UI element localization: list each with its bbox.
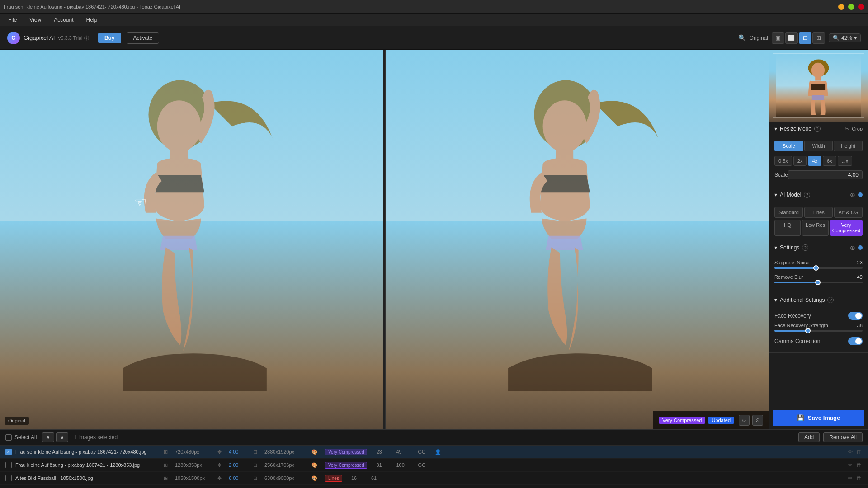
file-row-2[interactable]: Frau kleine Auflösung - pixabay 1867421 … (0, 459, 868, 472)
resize-mode-help[interactable]: ? (814, 126, 821, 132)
settings-help[interactable]: ? (802, 244, 808, 251)
file-edit-3[interactable]: ✏ (847, 474, 854, 482)
svg-point-1 (157, 100, 201, 152)
height-mode-button[interactable]: Height (834, 141, 863, 151)
minimize-button[interactable] (838, 4, 844, 10)
maximize-button[interactable] (848, 4, 854, 10)
scale-4x[interactable]: 4x (808, 156, 821, 166)
ai-model-title: ▾ AI Model ? (774, 192, 810, 198)
file-checkbox-3[interactable] (5, 475, 12, 481)
scale-preset-buttons: 0.5x 2x 4x 6x ...x (774, 156, 863, 166)
model-lines[interactable]: Lines (804, 207, 833, 218)
canvas-area[interactable]: ☜ Original (0, 50, 769, 429)
file-delete-2[interactable]: 🗑 (855, 461, 863, 469)
scale-0.5x[interactable]: 0.5x (774, 156, 792, 166)
menu-view[interactable]: View (27, 16, 44, 24)
view-split-h-button[interactable]: ⊟ (799, 32, 811, 44)
selected-count: 1 images selected (74, 434, 793, 441)
save-image-button[interactable]: 💾 Save Image (773, 410, 864, 426)
canvas-divider[interactable] (383, 50, 386, 429)
canvas-original[interactable]: ☜ Original (0, 50, 383, 429)
titlebar: Frau sehr kleine Auflösung - pixabay 186… (0, 0, 868, 14)
menu-file[interactable]: File (5, 16, 19, 24)
app-logo: G (7, 32, 20, 44)
view-grid-button[interactable]: ⊞ (812, 32, 825, 44)
buy-button[interactable]: Buy (98, 33, 121, 43)
file-dim-2: 1280x853px (175, 462, 211, 468)
activate-button[interactable]: Activate (127, 32, 160, 44)
ai-model-help[interactable]: ? (804, 192, 810, 198)
crop-label[interactable]: Crop (852, 126, 863, 131)
file-outdim-3: 6300x9000px (264, 475, 305, 481)
zoom-chevron: ▾ (854, 35, 857, 41)
scale-field-input[interactable] (788, 170, 863, 179)
canvas-split: ☜ Original (0, 50, 769, 429)
remove-blur-row: Remove Blur 49 (774, 274, 863, 283)
file-down-button[interactable]: ∨ (56, 432, 68, 442)
remove-blur-thumb[interactable] (815, 280, 821, 285)
select-all-label[interactable]: Select All (5, 434, 37, 441)
settings-section-header[interactable]: ▾ Settings ? ⊕ (769, 240, 868, 255)
remove-all-button[interactable]: Remove All (823, 432, 863, 442)
logo-area: G Gigapixel AI v6.3.3 Trial ⓘ (7, 32, 89, 44)
file-checkbox-1[interactable]: ✓ (5, 449, 12, 455)
canvas-processed[interactable] (386, 50, 769, 429)
scale-2x[interactable]: 2x (793, 156, 807, 166)
scale-more[interactable]: ...x (838, 156, 853, 166)
file-row-3[interactable]: Altes Bild Fussball - 1050x1500.jpg ⊞ 10… (0, 472, 868, 485)
canvas-icon-btn-2[interactable]: ⊙ (752, 415, 763, 426)
additional-settings-help[interactable]: ? (827, 297, 834, 303)
face-recovery-strength-slider[interactable] (774, 330, 863, 332)
scale-6x[interactable]: 6x (823, 156, 836, 166)
file-row[interactable]: ✓ Frau sehr kleine Auflösung - pixabay 1… (0, 446, 868, 459)
model-art-cg[interactable]: Art & CG (834, 207, 863, 218)
gamma-correction-toggle[interactable] (848, 337, 863, 345)
width-mode-button[interactable]: Width (804, 141, 833, 151)
model-hq[interactable]: HQ (774, 220, 801, 236)
settings-title: ▾ Settings ? (774, 244, 808, 251)
zoom-control[interactable]: 🔍 42% ▾ (829, 33, 861, 42)
file-edit-1[interactable]: ✏ (847, 448, 854, 456)
ai-model-actions: ⊕ (850, 191, 863, 198)
file-noise-1: 23 (376, 449, 388, 455)
additional-settings-header[interactable]: ▾ Additional Settings ? (769, 293, 868, 307)
settings-dot (858, 245, 863, 250)
suppress-noise-slider[interactable] (774, 267, 863, 269)
canvas-icon-btn-1[interactable]: ☺ (739, 415, 750, 426)
model-very-compressed[interactable]: Very Compressed (830, 220, 863, 236)
file-delete-1[interactable]: 🗑 (855, 448, 863, 456)
scale-mode-button[interactable]: Scale (774, 141, 803, 151)
suppress-noise-thumb[interactable] (813, 265, 819, 271)
view-single-button[interactable]: ▣ (772, 32, 784, 44)
select-all-checkbox[interactable] (5, 434, 12, 441)
resize-mode-section-header[interactable]: ▾ Resize Mode ? ✂ Crop (769, 122, 868, 136)
remove-blur-slider[interactable] (774, 282, 863, 283)
file-scale-2: 2.00 (229, 462, 247, 468)
chevron-down-icon: ▾ (774, 126, 777, 132)
face-recovery-strength-thumb[interactable] (805, 328, 811, 333)
model-low-res[interactable]: Low Res (802, 220, 828, 236)
outdim-icon-1: ⊡ (253, 449, 257, 455)
model-standard[interactable]: Standard (774, 207, 803, 218)
resize-mode-buttons: Scale Width Height (774, 141, 863, 151)
menu-account[interactable]: Account (51, 16, 76, 24)
add-button[interactable]: Add (798, 432, 820, 442)
file-noise-3: 16 (351, 475, 363, 481)
file-edit-2[interactable]: ✏ (847, 461, 854, 469)
close-button[interactable] (858, 4, 864, 10)
view-mode-buttons: ▣ ⬜ ⊟ ⊞ (772, 32, 825, 44)
ai-model-section-header[interactable]: ▾ AI Model ? ⊕ (769, 188, 868, 202)
settings-actions: ⊕ (850, 244, 863, 251)
file-checkbox-2[interactable] (5, 462, 12, 468)
window-controls[interactable] (838, 4, 864, 10)
scale-icon-1: ✥ (217, 449, 222, 455)
svg-point-8 (811, 63, 825, 78)
file-up-button[interactable]: ∧ (42, 432, 54, 442)
file-delete-3[interactable]: 🗑 (855, 474, 863, 482)
face-recovery-toggle[interactable] (848, 312, 863, 320)
face-recovery-strength-fill (774, 330, 808, 332)
menu-help[interactable]: Help (84, 16, 100, 24)
view-split-v-button[interactable]: ⬜ (785, 32, 798, 44)
file-list-action-buttons: Add Remove All (798, 432, 863, 442)
suppress-noise-label: Suppress Noise (774, 260, 810, 265)
